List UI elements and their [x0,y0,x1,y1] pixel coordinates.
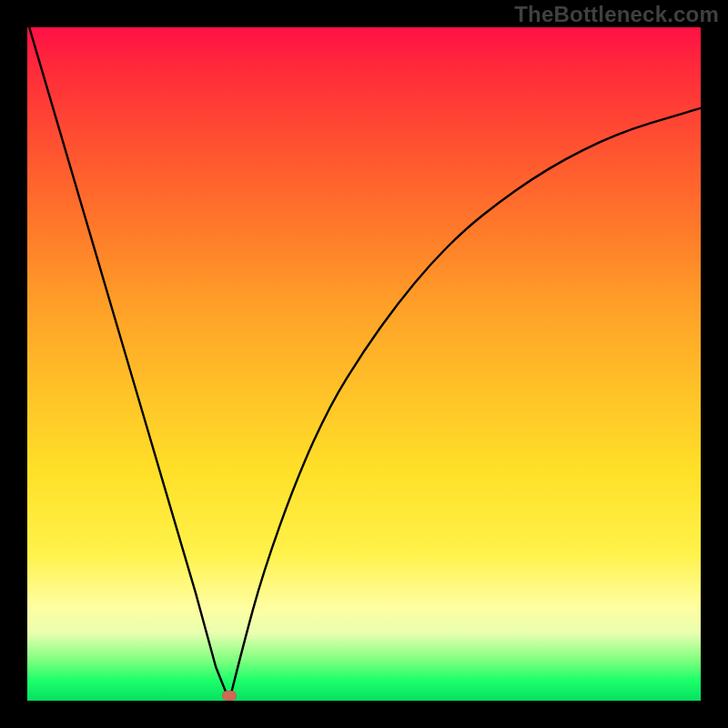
curve-path [27,27,701,701]
bottleneck-curve [27,27,701,701]
bottleneck-marker [222,691,237,701]
plot-area [27,27,701,701]
watermark-text: TheBottleneck.com [514,2,719,27]
chart-frame: TheBottleneck.com [0,0,728,728]
